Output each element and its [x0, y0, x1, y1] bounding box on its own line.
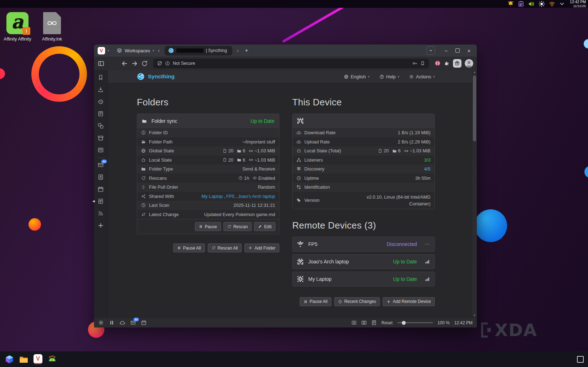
profile-avatar[interactable] — [465, 59, 473, 68]
tab-scroll-left-button[interactable]: ‹ — [158, 48, 160, 53]
sidebar-item-notes[interactable] — [98, 111, 104, 117]
extensions-puzzle-icon[interactable] — [444, 61, 450, 66]
folder-shared-with-value[interactable]: Joao's Arch laptop — [238, 194, 275, 199]
remote-device-my-laptop[interactable]: My LaptopUp to Date — [292, 272, 435, 287]
sidebar-item-contacts[interactable] — [98, 174, 104, 180]
folder-shared-with-value[interactable]: FP5 — [226, 194, 234, 199]
caret-down-icon: ▾ — [398, 75, 399, 78]
nav-help[interactable]: Help▾ — [380, 74, 399, 79]
statusbar-sync-cloud-icon[interactable] — [120, 320, 125, 325]
wifi-icon[interactable] — [549, 1, 555, 7]
syncthing-logo-icon — [137, 73, 145, 80]
wallpaper-blue-circle — [474, 209, 507, 242]
sidebar-item-tasks[interactable] — [98, 198, 104, 204]
remote-add-remote-device-button[interactable]: Add Remote Device — [383, 297, 435, 306]
remote-device-fp5[interactable]: FP5Disconnected — [292, 237, 435, 252]
zoom-slider-knob[interactable] — [402, 321, 406, 325]
device-local-state-total-value: 6 — [398, 148, 401, 153]
extension-brain-icon[interactable] — [434, 60, 441, 67]
folders-pause-all-button[interactable]: Pause All — [173, 243, 205, 252]
sidebar-item-add-panel[interactable] — [98, 222, 104, 229]
statusbar-mail-icon[interactable]: 32 — [130, 320, 136, 325]
folders-rescan-all-button[interactable]: Rescan All — [208, 243, 242, 252]
bookmark-icon[interactable] — [420, 61, 425, 66]
capture-page-icon[interactable] — [351, 320, 357, 325]
site-info-icon[interactable] — [165, 61, 170, 66]
maximize-button[interactable] — [453, 46, 462, 55]
folder-local-state-value: 6 — [243, 157, 245, 163]
sidebar-item-feeds[interactable] — [98, 210, 104, 216]
panel-toggle-icon[interactable] — [98, 60, 104, 67]
wallpaper-ring — [31, 46, 87, 102]
back-icon[interactable] — [121, 60, 128, 67]
sidebar-item-calendar[interactable] — [98, 186, 104, 192]
panel-collapse-arrow[interactable]: ◀ — [92, 199, 95, 203]
folder-panel-header[interactable]: Folder sync Up to Date — [137, 114, 279, 128]
password-key-icon[interactable] — [412, 61, 417, 66]
tray-expand-chevron-icon[interactable] — [559, 1, 565, 7]
taskbar-app-file-manager-icon[interactable] — [19, 354, 29, 365]
closed-tabs-button[interactable] — [427, 46, 435, 55]
zoom-reset-button[interactable]: Reset — [381, 320, 392, 325]
url-field[interactable]: Not Secure — [153, 59, 429, 68]
vivaldi-menu-button[interactable]: V — [98, 47, 105, 54]
folders-add-folder-button[interactable]: Add Folder — [244, 243, 279, 252]
desktop-icon-affinity-lnk[interactable]: Affinity.lnk — [36, 10, 68, 42]
sidebar-item-mail[interactable]: 32 — [98, 162, 104, 168]
workspaces-button[interactable]: Workspaces ▾ — [117, 48, 154, 53]
bell-icon[interactable] — [507, 1, 514, 7]
nav-english[interactable]: English▾ — [344, 74, 370, 79]
folder-shared-with-value[interactable]: My Laptop — [201, 194, 223, 199]
tile-pages-icon[interactable] — [361, 320, 367, 325]
new-tab-button[interactable]: + — [245, 47, 248, 54]
shield-off-icon[interactable] — [157, 61, 162, 66]
hdd-icon — [404, 149, 408, 153]
scroll-down-arrow[interactable]: ▾ — [474, 314, 475, 317]
clipboard-icon[interactable] — [518, 1, 524, 7]
page-actions-icon[interactable] — [371, 320, 377, 325]
close-button[interactable]: × — [465, 46, 473, 55]
sidebar-item-downloads[interactable] — [98, 86, 104, 93]
folder-edit-button[interactable]: Edit — [254, 222, 275, 231]
active-tab[interactable]: | Syncthing — [165, 46, 232, 56]
remote-recent-changes-button[interactable]: Recent Changes — [334, 297, 380, 306]
taskbar-app-vivaldi[interactable]: V — [33, 354, 43, 365]
volume-icon[interactable] — [528, 1, 535, 7]
statusbar-settings-gear-icon[interactable] — [98, 320, 104, 325]
syncthing-brand[interactable]: Syncthing — [137, 73, 175, 80]
plus-icon — [387, 300, 391, 304]
brightness-icon[interactable] — [538, 1, 545, 7]
statusbar-calendar-icon[interactable] — [141, 320, 146, 325]
tab-scroll-right-button[interactable]: › — [237, 48, 239, 53]
vivaldi-panel-sidebar: 32 — [94, 70, 108, 318]
folder-pause-button[interactable]: Pause — [195, 222, 221, 231]
desktop-icon-affinity[interactable]: a! Affinity Affinity — [1, 10, 34, 42]
scroll-up-arrow[interactable]: ▴ — [474, 71, 475, 74]
minimize-button[interactable]: − — [442, 46, 450, 55]
forward-icon[interactable] — [131, 60, 138, 67]
remote-device-joao-s-arch-laptop[interactable]: Joao's Arch laptopUp to Date — [292, 254, 435, 269]
statusbar-pause-icon[interactable] — [109, 320, 114, 325]
caret-down-icon: ▾ — [433, 75, 435, 78]
sidebar-item-bookmarks[interactable] — [98, 74, 104, 80]
sessions-icon — [98, 135, 104, 141]
remote-pause-all-button[interactable]: Pause All — [300, 297, 331, 306]
scrollbar-thumb[interactable] — [473, 75, 476, 141]
sidebar-item-reading-list[interactable] — [98, 147, 104, 153]
wallpaper-right-sliver-1 — [584, 39, 588, 48]
zoom-slider[interactable] — [397, 322, 433, 323]
nav-actions[interactable]: Actions▾ — [409, 74, 435, 79]
extension-gift-icon[interactable] — [453, 59, 461, 68]
sidebar-item-translate[interactable] — [98, 123, 104, 129]
device-identicon — [297, 276, 304, 282]
show-desktop-button[interactable] — [577, 356, 584, 363]
taskbar-app-android-icon[interactable] — [47, 354, 57, 365]
reload-icon[interactable] — [141, 60, 148, 67]
tray-clock[interactable]: 12:42 PM 11/11/25 — [570, 0, 586, 8]
sidebar-item-sessions[interactable] — [98, 135, 104, 141]
sidebar-item-history[interactable] — [98, 99, 104, 105]
remote-devices-heading: Remote Devices (3) — [292, 220, 435, 231]
taskbar-app-package-cube-icon[interactable] — [4, 354, 15, 365]
folder-rescan-button[interactable]: Rescan — [223, 222, 252, 231]
this-device-header[interactable] — [293, 114, 434, 128]
